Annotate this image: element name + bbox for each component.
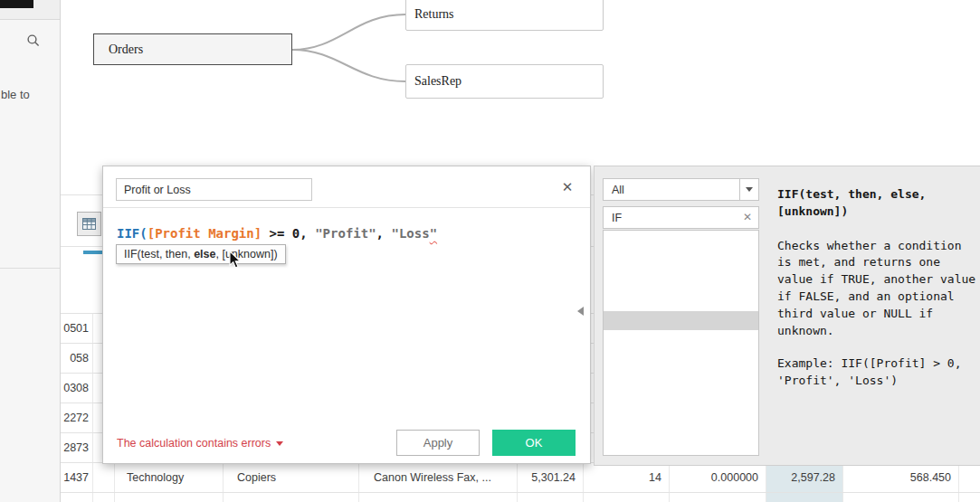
table-row[interactable]: 1931 Office Supplies Appliances Hoover S… [61,492,980,502]
function-category-dropdown[interactable]: All [603,178,759,201]
cell-margin: 550.450 [843,493,959,502]
table-node-label: Orders [109,43,143,57]
cell-spacer [93,463,115,492]
cell-discount: 0.000000 [670,463,766,492]
cell-row-id: 1931 [61,493,93,502]
grid-view-button[interactable] [77,212,101,236]
error-dropdown-caret-icon [276,441,283,446]
cell-profit: 449.99 [766,493,843,502]
formula-editor[interactable]: IIF([Profit Margin] >= 0, "Profit", "Los… [117,226,437,241]
cell-sales: 5,301.24 [518,463,584,492]
table-node-label: Returns [414,7,454,22]
ok-button[interactable]: OK [492,430,576,456]
table-node-returns[interactable]: Returns [405,0,604,31]
cell-category: Office Supplies [115,493,224,502]
formula-string-token: "Loss [391,226,429,241]
cell-category: Technology [115,463,224,492]
cell-row-id: 2873 [61,433,93,462]
function-list-item[interactable] [604,232,758,252]
cell-row-id: 0501 [61,314,93,343]
function-search-input[interactable] [604,207,737,228]
tooltip-bold-arg: else [194,248,215,260]
sidebar-hint-text: ble to [1,88,30,101]
calculation-name-input[interactable] [116,178,312,201]
tooltip-text: , [unknown]) [215,248,277,260]
cell-profit: 2,597.28 [766,463,843,492]
function-search-box: ✕ [603,206,759,229]
collapse-pane-arrow-icon[interactable] [577,307,584,316]
left-sidebar: ble to [0,0,61,502]
function-browser-panel: All ✕ IIF(test, then, else, [unknown]) C… [594,166,980,466]
function-list-item[interactable] [604,291,758,311]
calculation-editor-dialog: ✕ IIF([Profit Margin] >= 0, "Profit", "L… [102,166,591,464]
function-example: Example: IIF([Profit] > 0, 'Profit', 'Lo… [777,355,975,390]
formula-error-token: " [430,226,437,241]
function-list-item[interactable] [604,330,758,350]
formula-function-token: IIF( [117,226,147,241]
cell-row-id: 2272 [61,403,93,432]
cell-sales: 2,999.44 [518,493,584,502]
table-node-orders[interactable]: Orders [93,33,292,65]
table-node-salesrep[interactable]: SalesRep [405,64,604,99]
cell-discount: 0.000000 [670,493,766,502]
menu-bar-fragment [0,0,33,8]
close-icon[interactable]: ✕ [558,178,576,196]
formula-field-token: [Profit Margin] [147,226,262,241]
cell-spacer [93,493,115,502]
chevron-down-icon[interactable] [739,179,758,200]
table-node-label: SalesRep [414,74,461,89]
apply-button[interactable]: Apply [396,430,480,456]
function-signature-tooltip: IIF(test, then, else, [unknown]) [116,244,286,264]
function-description: Checks whether a condition is met, and r… [777,238,975,340]
calculation-error-message[interactable]: The calculation contains errors [117,437,283,450]
cell-product: Hoover Stove, Whit... [359,493,518,502]
cell-row-id: 0308 [61,374,93,403]
cell-margin: 568.450 [843,463,959,492]
table-grid-icon [82,218,96,230]
function-list-item[interactable] [604,252,758,272]
cell-product: Canon Wireless Fax, ... [359,463,518,492]
tableau-workspace: Orders Returns SalesRep ble to 0501 [0,0,980,502]
sidebar-divider [0,268,60,269]
formula-operator-token: >= 0, [262,226,315,241]
formula-comma-token: , [376,226,392,241]
dialog-divider [103,207,590,208]
tooltip-text: IIF(test, then, [124,248,194,260]
search-icon[interactable] [26,33,41,48]
cell-quantity: 4 [584,493,670,502]
cell-subcategory: Appliances [224,493,359,502]
table-row[interactable]: 1437 Technology Copiers Canon Wireless F… [61,462,980,492]
clear-search-icon[interactable]: ✕ [740,210,755,224]
function-list-item[interactable] [604,311,758,331]
cell-subcategory: Copiers [224,463,359,492]
cell-row-id: 058 [61,344,93,373]
function-signature: IIF(test, then, else, [unknown]) [777,186,975,221]
cell-row-id: 1437 [61,463,93,492]
function-list-item[interactable] [604,271,758,291]
function-category-value: All [612,184,624,196]
formula-string-token: "Profit" [315,226,376,241]
function-list [603,230,759,456]
function-help-text: IIF(test, then, else, [unknown]) Checks … [777,186,975,390]
cell-quantity: 14 [584,463,670,492]
